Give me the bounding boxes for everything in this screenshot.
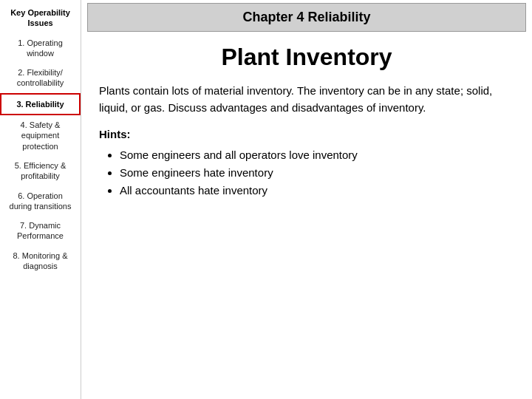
chapter-header: Chapter 4 Reliability [87, 3, 526, 32]
sidebar-item-monitoring[interactable]: 8. Monitoring & diagnosis [0, 246, 81, 276]
main-paragraph: Plants contain lots of material inventor… [99, 83, 514, 116]
bullet-item-0: Some engineers and all operators love in… [120, 146, 514, 164]
sidebar-item-efficiency[interactable]: 5. Efficiency & profitability [0, 156, 81, 186]
sidebar-item-flexibility[interactable]: 2. Flexibility/ controllability [0, 63, 81, 93]
sidebar-header: Key Operability Issues [0, 3, 81, 33]
sidebar: Key Operability Issues 1. Operating wind… [0, 0, 81, 399]
bullet-item-1: Some engineers hate inventory [120, 164, 514, 182]
sidebar-item-operating-window[interactable]: 1. Operating window [0, 33, 81, 64]
sidebar-item-dynamic[interactable]: 7. Dynamic Performance [0, 216, 81, 246]
sidebar-item-operation[interactable]: 6. Operation during transitions [0, 186, 81, 216]
bullet-item-2: All accountants hate inventory [120, 182, 514, 200]
hints-label: Hints: [99, 128, 514, 140]
sidebar-item-safety[interactable]: 4. Safety & equipment protection [0, 115, 81, 156]
content-area: Plants contain lots of material inventor… [81, 77, 532, 399]
bullet-list: Some engineers and all operators love in… [99, 146, 514, 200]
main-content: Chapter 4 Reliability Plant Inventory Pl… [81, 0, 532, 399]
page-title: Plant Inventory [87, 44, 526, 71]
sidebar-item-reliability[interactable]: 3. Reliability [0, 93, 81, 115]
